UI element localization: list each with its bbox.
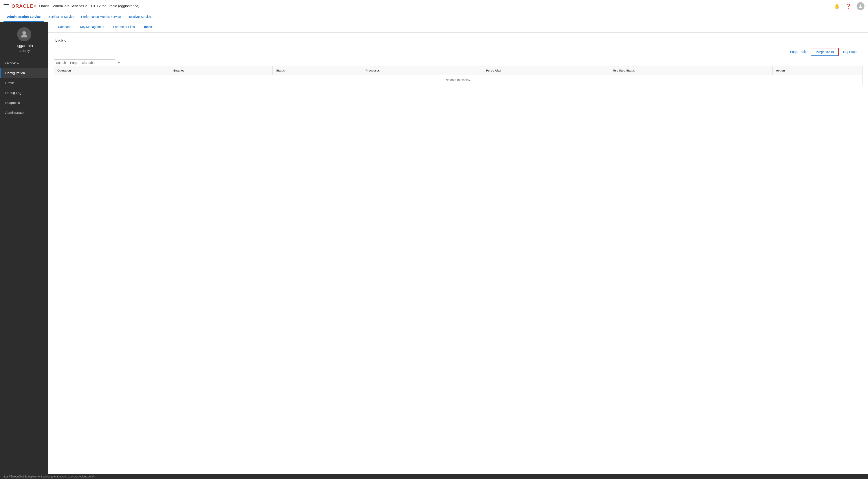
svg-point-0 xyxy=(860,4,861,6)
hamburger-icon[interactable] xyxy=(3,4,9,8)
svg-point-1 xyxy=(23,31,26,35)
main-layout: oggadmin Security Overview Configuration… xyxy=(0,22,868,474)
oracle-wordmark: ORACLE xyxy=(11,3,33,9)
sidebar-item-profile[interactable]: Profile xyxy=(0,78,49,88)
sidebar-item-overview[interactable]: Overview xyxy=(0,58,49,68)
sidebar-avatar xyxy=(17,27,31,41)
sub-nav: Database Key Management Parameter Files … xyxy=(49,22,868,33)
tab-parameter-files[interactable]: Parameter Files xyxy=(108,22,139,32)
search-input[interactable] xyxy=(54,59,115,66)
col-action: Action xyxy=(772,66,863,75)
sidebar-item-debuglog[interactable]: Debug Log xyxy=(0,88,49,98)
status-bar: https://5vropq4bhb2a.deployment.goldenga… xyxy=(0,474,868,479)
no-data-row: No data to display. xyxy=(54,75,863,85)
sidebar: oggadmin Security Overview Configuration… xyxy=(0,22,49,474)
help-icon[interactable]: ❓ xyxy=(845,3,852,10)
notifications-icon[interactable]: 🔔 xyxy=(833,3,840,10)
service-nav-administration[interactable]: Administration Service xyxy=(3,12,44,22)
content-area: Database Key Management Parameter Files … xyxy=(49,22,868,474)
service-nav-performance[interactable]: Performance Metrics Service xyxy=(78,12,124,22)
col-enabled: Enabled xyxy=(170,66,273,75)
sidebar-role: Security xyxy=(19,49,30,53)
purge-tasks-table: Operation Enabled Status Processes Purge… xyxy=(54,66,863,85)
tab-key-management[interactable]: Key Management xyxy=(76,22,108,32)
col-status: Status xyxy=(273,66,362,75)
service-nav: Administration Service Distribution Serv… xyxy=(0,12,868,22)
no-data-text: No data to display. xyxy=(54,75,863,85)
col-use-stop-status: Use Stop Status xyxy=(609,66,772,75)
task-tab-purge-trails[interactable]: Purge Trails xyxy=(786,48,811,56)
add-button[interactable]: + xyxy=(118,60,120,65)
col-operation: Operation xyxy=(54,66,170,75)
sidebar-item-diagnosis[interactable]: Diagnosis xyxy=(0,98,49,108)
sidebar-username: oggadmin xyxy=(16,43,33,48)
col-purge-after: Purge After xyxy=(483,66,609,75)
top-bar: ORACLE ® Oracle GoldenGate Services 21.9… xyxy=(0,0,868,12)
task-tab-lag-report[interactable]: Lag Report xyxy=(839,48,863,56)
col-processes: Processes xyxy=(362,66,483,75)
sidebar-menu: Overview Configuration Profile Debug Log… xyxy=(0,56,49,474)
service-nav-distribution[interactable]: Distribution Service xyxy=(44,12,78,22)
tab-database[interactable]: Database xyxy=(54,22,76,32)
task-tabs: Purge Trails Purge Tasks Lag Report xyxy=(54,48,863,56)
task-tab-purge-tasks[interactable]: Purge Tasks xyxy=(811,48,839,56)
service-nav-receiver[interactable]: Receiver Service xyxy=(124,12,155,22)
top-bar-right: 🔔 ❓ xyxy=(833,2,865,10)
sidebar-user: oggadmin Security xyxy=(0,22,49,56)
status-url: https://5vropq4bhb2a.deployment.goldenga… xyxy=(3,475,95,478)
top-bar-left: ORACLE ® Oracle GoldenGate Services 21.9… xyxy=(3,3,140,9)
app-title: Oracle GoldenGate Services 21.9.0.0.2 fo… xyxy=(39,4,139,8)
oracle-logo: ORACLE ® xyxy=(11,3,36,9)
page-content: Tasks Purge Trails Purge Tasks Lag Repor… xyxy=(49,33,868,474)
user-avatar[interactable] xyxy=(857,2,865,10)
sidebar-item-configuration[interactable]: Configuration xyxy=(0,68,49,78)
page-title: Tasks xyxy=(54,38,863,43)
oracle-reg-mark: ® xyxy=(34,5,36,7)
sidebar-item-administrator[interactable]: Administrator xyxy=(0,108,49,118)
table-toolbar: + xyxy=(54,59,863,66)
tab-tasks[interactable]: Tasks xyxy=(139,22,156,32)
